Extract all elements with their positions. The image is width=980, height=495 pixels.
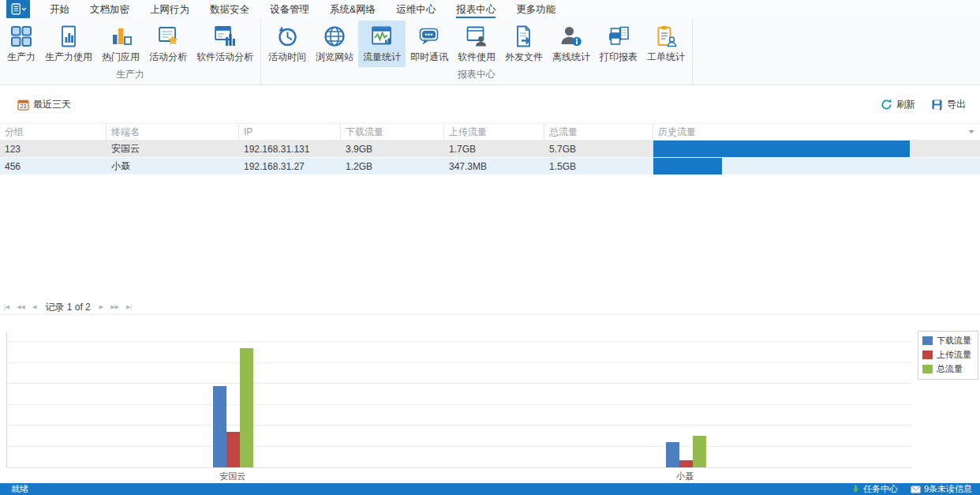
ribbon-button-工单统计[interactable]: 工单统计 bbox=[642, 21, 690, 67]
ribbon-button-软件活动分析[interactable]: 软件活动分析 bbox=[192, 21, 258, 67]
chart-bar-小聂-上传流量 bbox=[679, 460, 693, 467]
chart-bar-安国云-下载流量 bbox=[213, 386, 226, 467]
pager-next-button[interactable]: ▶ bbox=[99, 300, 103, 314]
column-header-上传流量[interactable]: 上传流量 bbox=[444, 124, 544, 140]
main-menu: 开始文档加密上网行为数据安全设备管理系统&网络运维中心报表中心更多功能 bbox=[39, 0, 566, 18]
cell-分组: 456 bbox=[0, 158, 107, 174]
ribbon-button-label: 活动分析 bbox=[149, 51, 187, 64]
column-header-历史流量[interactable]: 历史流量 bbox=[653, 124, 980, 140]
refresh-icon bbox=[881, 99, 892, 111]
legend-label: 总流量 bbox=[937, 363, 963, 375]
printer-report-icon bbox=[607, 24, 630, 48]
ribbon-button-生产力[interactable]: 生产力 bbox=[2, 21, 40, 67]
ribbon-button-label: 软件活动分析 bbox=[196, 51, 253, 64]
menu-tab-文档加密[interactable]: 文档加密 bbox=[90, 0, 129, 18]
status-bar-right: 任务中心 9条未读信息 bbox=[851, 483, 972, 495]
filter-caret-icon[interactable] bbox=[967, 128, 975, 136]
pager-next-page-button[interactable]: ▶▶ bbox=[110, 300, 119, 314]
cell-上传流量: 1.7GB bbox=[444, 141, 544, 157]
cell-终端名: 安国云 bbox=[107, 141, 239, 157]
ribbon-button-label: 离线统计 bbox=[552, 51, 590, 64]
svg-text:23: 23 bbox=[21, 103, 27, 109]
chart-bar-安国云-总流量 bbox=[240, 348, 253, 467]
ribbon-button-活动时间[interactable]: 活动时间 bbox=[264, 21, 311, 67]
ribbon-group-label: 生产力 bbox=[0, 67, 260, 85]
ribbon-button-打印报表[interactable]: 打印报表 bbox=[595, 21, 642, 67]
pager-first-button[interactable]: |◀ bbox=[4, 300, 9, 314]
ribbon-button-生产力使用[interactable]: 生产力使用 bbox=[40, 21, 97, 67]
ribbon-button-热门应用[interactable]: 热门应用 bbox=[97, 21, 144, 67]
toolbar-actions: 刷新 导出 bbox=[877, 96, 969, 113]
menu-tab-设备管理[interactable]: 设备管理 bbox=[270, 0, 309, 18]
ribbon-button-离线统计[interactable]: 离线统计 bbox=[548, 21, 595, 67]
ribbon-button-label: 即时通讯 bbox=[410, 51, 448, 64]
ribbon-button-label: 工单统计 bbox=[647, 51, 685, 64]
chart-category-label: 小聂 bbox=[638, 471, 732, 482]
table-row[interactable]: 123安国云192.168.31.1313.9GB1.7GB5.7GB bbox=[0, 141, 980, 157]
cell-总流量: 5.7GB bbox=[544, 141, 653, 157]
menu-tab-运维中心[interactable]: 运维中心 bbox=[396, 0, 436, 18]
ribbon-button-label: 热门应用 bbox=[102, 51, 140, 64]
ribbon-button-流量统计[interactable]: 流量统计 bbox=[358, 21, 406, 67]
menu-bar: 开始文档加密上网行为数据安全设备管理系统&网络运维中心报表中心更多功能 bbox=[0, 0, 980, 18]
app-window: 开始文档加密上网行为数据安全设备管理系统&网络运维中心报表中心更多功能 生产力生… bbox=[0, 0, 980, 495]
pager-last-button[interactable]: ▶| bbox=[126, 300, 132, 314]
app-menu-button[interactable] bbox=[6, 0, 30, 18]
menu-tab-系统&网络[interactable]: 系统&网络 bbox=[330, 0, 376, 18]
ribbon-button-外发文件[interactable]: 外发文件 bbox=[500, 21, 548, 67]
ribbon-button-label: 生产力使用 bbox=[45, 51, 92, 64]
ribbon-button-活动分析[interactable]: 活动分析 bbox=[144, 21, 192, 67]
doc-export-icon bbox=[512, 24, 536, 48]
refresh-label: 刷新 bbox=[896, 98, 915, 111]
ribbon-button-软件使用[interactable]: 软件使用 bbox=[453, 21, 500, 67]
chart-legend: 下载流量上传流量总流量 bbox=[918, 331, 978, 380]
download-arrow-icon bbox=[851, 485, 860, 493]
menu-tab-开始[interactable]: 开始 bbox=[50, 0, 69, 18]
chart-category-label: 安国云 bbox=[185, 471, 280, 482]
table-empty-area bbox=[0, 175, 980, 300]
cell-上传流量: 347.3MB bbox=[444, 158, 544, 174]
column-header-分组[interactable]: 分组 bbox=[0, 124, 107, 140]
ribbon-button-label: 打印报表 bbox=[600, 51, 638, 64]
menu-tab-更多功能[interactable]: 更多功能 bbox=[516, 0, 555, 18]
legend-item-总流量: 总流量 bbox=[922, 363, 971, 375]
ribbon-button-label: 浏览网站 bbox=[316, 51, 353, 64]
ribbon-button-浏览网站[interactable]: 浏览网站 bbox=[311, 21, 358, 67]
export-button[interactable]: 导出 bbox=[928, 96, 969, 113]
chart-bar-小聂-下载流量 bbox=[666, 442, 679, 467]
ribbon-button-即时通讯[interactable]: 即时通讯 bbox=[406, 21, 453, 67]
productivity-grid-icon bbox=[9, 24, 33, 48]
history-traffic-bar bbox=[653, 158, 722, 174]
pager-prev-button[interactable]: ◀ bbox=[32, 300, 36, 314]
column-header-下载流量[interactable]: 下载流量 bbox=[341, 124, 444, 140]
legend-item-上传流量: 上传流量 bbox=[922, 349, 971, 361]
refresh-button[interactable]: 刷新 bbox=[877, 96, 918, 113]
traffic-table: 分组终端名IP下载流量上传流量总流量历史流量 123安国云192.168.31.… bbox=[0, 123, 980, 175]
table-row[interactable]: 456小聂192.168.31.271.2GB347.3MB1.5GB bbox=[0, 158, 980, 174]
chat-bubble-icon bbox=[417, 24, 441, 48]
cell-历史流量 bbox=[653, 141, 980, 157]
menu-tab-上网行为[interactable]: 上网行为 bbox=[150, 0, 189, 18]
pager: |◀ ◀◀ ◀ 记录 1 of 2 ▶ ▶▶ ▶| bbox=[0, 300, 980, 314]
column-header-IP[interactable]: IP bbox=[239, 124, 341, 140]
app-menu-icon bbox=[9, 2, 28, 16]
pager-prev-page-button[interactable]: ◀◀ bbox=[17, 300, 25, 314]
task-center-button[interactable]: 任务中心 bbox=[851, 483, 898, 495]
ribbon-button-label: 活动时间 bbox=[268, 51, 306, 64]
date-range-button[interactable]: 23 最近三天 bbox=[14, 96, 74, 113]
menu-tab-报表中心[interactable]: 报表中心 bbox=[456, 0, 496, 18]
column-header-总流量[interactable]: 总流量 bbox=[544, 124, 653, 140]
unread-messages-button[interactable]: 9条未读信息 bbox=[911, 483, 972, 495]
window-chart-icon bbox=[213, 24, 237, 48]
date-range-label: 最近三天 bbox=[33, 98, 71, 111]
history-traffic-bar bbox=[653, 141, 910, 157]
report-panel: 23 最近三天 刷新 导出 分组终端名IP下载流量上传流量总流量历史流量 123… bbox=[0, 85, 980, 314]
chart-gridline bbox=[7, 341, 911, 342]
doc-star-icon bbox=[156, 24, 180, 48]
legend-item-下载流量: 下载流量 bbox=[922, 335, 971, 347]
menu-tab-数据安全[interactable]: 数据安全 bbox=[210, 0, 249, 18]
ribbon-button-label: 流量统计 bbox=[363, 51, 401, 64]
traffic-line-chart-icon bbox=[370, 24, 394, 48]
table-body: 123安国云192.168.31.1313.9GB1.7GB5.7GB456小聂… bbox=[0, 141, 980, 174]
column-header-终端名[interactable]: 终端名 bbox=[107, 124, 239, 140]
